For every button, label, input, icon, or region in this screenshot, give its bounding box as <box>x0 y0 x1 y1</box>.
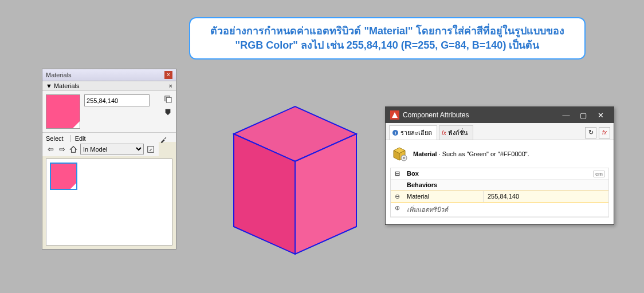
collapse-toggle-icon[interactable]: ⊟ <box>391 168 403 179</box>
app-icon <box>390 110 399 120</box>
create-material-icon[interactable] <box>163 94 172 104</box>
attribute-value-cell[interactable]: 255,84,140 <box>484 191 608 202</box>
fx-icon: fx <box>442 130 446 136</box>
svg-rect-1 <box>166 97 171 102</box>
callout-line1: ตัวอย่างการกำหนดค่าแอตทริบิวต์ "Material… <box>210 25 564 37</box>
attributes-table: ⊟ Box cm Behaviors ⊖ Material 255,84,140… <box>390 168 609 217</box>
back-icon[interactable]: ⇦ <box>46 145 55 154</box>
info-icon: i <box>392 129 399 136</box>
unit-badge[interactable]: cm <box>593 171 605 177</box>
materials-titlebar[interactable]: Materials × <box>42 69 176 81</box>
maximize-icon[interactable]: ▢ <box>575 111 592 120</box>
close-icon[interactable]: ✕ <box>592 111 609 120</box>
attribute-name-cell: Material <box>403 191 484 202</box>
component-titlebar[interactable]: Component Attributes — ▢ ✕ <box>386 107 614 123</box>
details-menu-icon[interactable] <box>146 145 155 154</box>
minimize-icon[interactable]: — <box>557 111 575 120</box>
materials-section-label: ▼ Materials <box>46 82 80 89</box>
current-material-swatch[interactable] <box>46 94 80 129</box>
materials-section-header[interactable]: ▼ Materials × <box>42 81 176 91</box>
attribute-description: Material · Such as "Green" or "#FF0000". <box>413 151 529 157</box>
material-thumbnails <box>46 159 172 246</box>
component-attributes-window: Component Attributes — ▢ ✕ i รายละเอียด … <box>385 106 614 225</box>
library-select[interactable]: In Model <box>80 144 144 155</box>
tab-info[interactable]: i รายละเอียด <box>389 125 437 140</box>
svg-rect-2 <box>148 146 154 152</box>
materials-title-label: Materials <box>46 72 72 78</box>
table-row[interactable]: ⊟ Box cm <box>391 168 608 180</box>
svg-text:i: i <box>395 130 396 136</box>
explanation-callout: ตัวอย่างการกำหนดค่าแอตทริบิวต์ "Material… <box>189 17 586 60</box>
home-icon[interactable] <box>69 145 78 154</box>
table-row[interactable]: ⊖ Material 255,84,140 <box>391 191 608 203</box>
collapse-icon[interactable]: × <box>169 82 172 89</box>
component-icon <box>390 145 409 163</box>
tab-select[interactable]: Select <box>46 135 64 142</box>
table-row[interactable]: ⊕ เพิ่มแอตทริบิวต์ <box>391 203 608 217</box>
table-row: Behaviors <box>391 180 608 191</box>
material-name-input[interactable] <box>84 94 150 106</box>
close-icon[interactable]: × <box>164 71 172 79</box>
tab-edit[interactable]: Edit <box>70 135 86 142</box>
refresh-icon[interactable]: ↻ <box>585 127 596 138</box>
add-attribute-label: เพิ่มแอตทริบิวต์ <box>403 203 484 216</box>
cube-preview <box>218 96 372 262</box>
toggle-formula-icon[interactable]: fx <box>599 127 610 138</box>
attribute-menu-icon[interactable]: ⊖ <box>391 191 403 202</box>
materials-tabs: Select Edit <box>42 132 176 142</box>
eyedropper-icon[interactable] <box>159 135 168 144</box>
callout-line2: "RGB Color" ลงไป เช่น 255,84,140 (R=255,… <box>235 39 540 51</box>
component-title-label: Component Attributes <box>403 111 557 119</box>
tab-functions[interactable]: fx ฟังก์ชั่น <box>439 125 473 140</box>
material-thumbnail[interactable] <box>50 163 77 190</box>
default-paint-icon[interactable] <box>163 107 172 116</box>
forward-icon[interactable]: ⇨ <box>57 145 66 154</box>
materials-panel: Materials × ▼ Materials × Select Edit ⇦ … <box>42 69 176 250</box>
add-attribute-icon[interactable]: ⊕ <box>391 203 403 216</box>
